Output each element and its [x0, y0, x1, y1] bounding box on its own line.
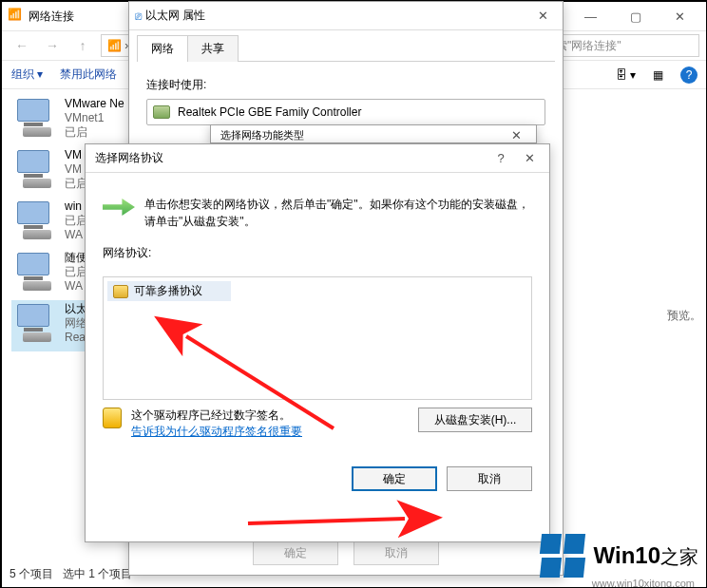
cancel-button-bg[interactable]: 取消 — [354, 541, 439, 565]
minimize-button[interactable]: — — [569, 3, 612, 29]
windows-logo-icon — [541, 534, 584, 578]
ok-button-bg[interactable]: 确定 — [253, 541, 338, 565]
view-options-icon[interactable]: 🗄 ▾ — [616, 68, 636, 82]
protocol-item-label: 可靠多播协议 — [134, 283, 202, 299]
network-icon: 📶 — [8, 8, 25, 25]
selproto-button-row: 确定 取消 — [103, 466, 532, 491]
adapter-name: VMware Ne — [65, 97, 124, 111]
device-name: Realtek PCIe GBE Family Controller — [178, 105, 361, 119]
intro-text: 单击你想安装的网络协议，然后单击"确定"。如果你有这个功能的安装磁盘，请单击"从… — [144, 196, 532, 230]
ethprops-title: 以太网 属性 — [142, 8, 528, 24]
signature-row: 这个驱动程序已经过数字签名。 告诉我为什么驱动程序签名很重要 从磁盘安装(H).… — [103, 408, 532, 440]
nic-icon — [15, 150, 57, 188]
status-count: 5 个项目 — [10, 567, 53, 580]
protocol-list[interactable]: 可靠多播协议 — [103, 276, 532, 400]
disable-device-button[interactable]: 禁用此网络 — [60, 66, 117, 83]
seltype-title: 选择网络功能类型 — [217, 128, 502, 142]
protocol-group-label: 网络协议: — [103, 245, 532, 261]
explorer-window-buttons: — ▢ ✕ — [569, 3, 701, 29]
cancel-button[interactable]: 取消 — [447, 466, 532, 491]
tab-network[interactable]: 网络 — [137, 35, 188, 62]
close-button[interactable]: ✕ — [515, 145, 544, 172]
install-from-disk-button[interactable]: 从磁盘安装(H)... — [418, 408, 532, 432]
back-button[interactable]: ← — [10, 34, 34, 57]
selproto-titlebar[interactable]: 选择网络协议 ? ✕ — [86, 144, 549, 173]
connect-using-label: 连接时使用: — [146, 77, 545, 93]
stage: 📶 网络连接 — ▢ ✕ ← → ↑ 📶 › 搜索"网络连接" 组织 ▾ 禁用此… — [0, 0, 707, 588]
device-box[interactable]: Realtek PCIe GBE Family Controller — [146, 99, 545, 125]
layout-icon[interactable]: ▦ — [653, 68, 663, 82]
nic-chip-icon — [153, 105, 170, 119]
ethprops-titlebar[interactable]: ⎚ 以太网 属性 ✕ — [129, 2, 563, 30]
maximize-button[interactable]: ▢ — [614, 3, 657, 29]
nic-icon — [15, 253, 57, 291]
watermark-logo: Win10之家 — [541, 534, 698, 578]
ethprops-button-row: 确定 取消 — [129, 541, 563, 565]
network-location-icon: 📶 › — [107, 39, 128, 52]
organize-menu[interactable]: 组织 ▾ — [11, 66, 43, 83]
shield-icon — [103, 408, 122, 428]
logo-text-sub: 之家 — [660, 546, 698, 567]
status-selected: 选中 1 个项目 — [63, 567, 132, 580]
why-signing-link[interactable]: 告诉我为什么驱动程序签名很重要 — [131, 424, 409, 440]
help-button[interactable]: ? — [487, 145, 515, 172]
nic-icon — [15, 304, 57, 342]
forward-button[interactable]: → — [40, 34, 65, 57]
nic-icon — [15, 99, 57, 137]
ethernet-icon: ⎚ — [135, 9, 142, 23]
selproto-body: 单击你想安装的网络协议，然后单击"确定"。如果你有这个功能的安装磁盘，请单击"从… — [86, 173, 549, 504]
install-arrow-icon — [103, 199, 135, 216]
close-button[interactable]: ✕ — [659, 3, 701, 29]
protocol-chip-icon — [113, 285, 128, 298]
adapter-line2: VMnet1 — [65, 111, 124, 125]
close-button[interactable]: ✕ — [528, 3, 557, 29]
status-bar: 5 个项目 选中 1 个项目 — [10, 566, 132, 582]
ok-button[interactable]: 确定 — [352, 466, 437, 491]
select-feature-type-window: 选择网络功能类型 ✕ — [210, 124, 537, 143]
protocol-item-reliable-multicast[interactable]: 可靠多播协议 — [107, 281, 231, 301]
help-icon[interactable]: ? — [680, 66, 697, 84]
logo-text-main: Win10 — [594, 542, 660, 568]
tab-sharing[interactable]: 共享 — [187, 35, 239, 62]
preview-hint: 预览。 — [667, 308, 701, 324]
logo-url: www.win10xitong.com — [592, 578, 695, 588]
close-button[interactable]: ✕ — [502, 126, 530, 143]
adapter-line3: 已启 — [65, 125, 124, 140]
select-protocol-window: 选择网络协议 ? ✕ 单击你想安装的网络协议，然后单击"确定"。如果你有这个功能… — [85, 143, 550, 542]
selproto-title: 选择网络协议 — [91, 150, 487, 166]
nic-icon — [15, 201, 57, 239]
intro-row: 单击你想安装的网络协议，然后单击"确定"。如果你有这个功能的安装磁盘，请单击"从… — [103, 196, 532, 230]
tab-row: 网络 共享 — [137, 34, 555, 62]
signed-text: 这个驱动程序已经过数字签名。 — [131, 408, 409, 424]
seltype-titlebar[interactable]: 选择网络功能类型 ✕ — [211, 125, 536, 144]
up-button[interactable]: ↑ — [70, 34, 95, 57]
